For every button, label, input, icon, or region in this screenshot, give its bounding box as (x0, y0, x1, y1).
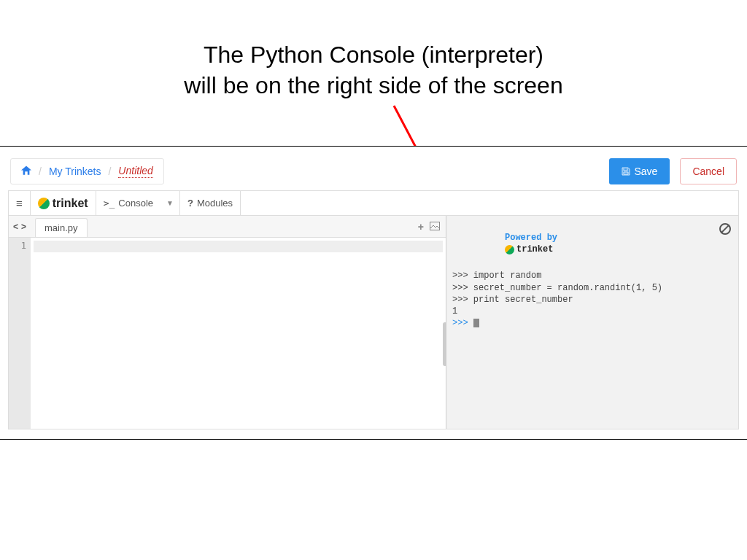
active-line (34, 241, 443, 252)
action-buttons: Save Cancel (609, 158, 737, 184)
prompt-text: >>> (452, 318, 473, 328)
console-line: >>> secret_number = random.randint(1, 5) (452, 282, 732, 294)
crumb-sep: / (108, 166, 111, 177)
cancel-button[interactable]: Cancel (680, 158, 737, 184)
crumb-untitled[interactable]: Untitled (118, 165, 152, 178)
brand-text: trinket (53, 197, 88, 210)
line-gutter: 1 (9, 238, 31, 429)
topbar: / My Trinkets / Untitled Save Cancel (0, 147, 747, 190)
inline-logo: trinket (505, 244, 553, 255)
file-tab[interactable]: main.py (35, 218, 88, 237)
console-line: >>> import random (452, 270, 732, 281)
code-pane: < > main.py + 1 (9, 216, 446, 429)
console-label: Console (118, 198, 153, 209)
logo-icon (38, 198, 50, 209)
console-line: 1 (452, 306, 732, 317)
save-button[interactable]: Save (609, 158, 670, 184)
save-icon (622, 167, 630, 176)
console-tab[interactable]: >_ Console (96, 191, 160, 215)
prompt-icon: >_ (104, 198, 115, 209)
logo-icon (505, 245, 514, 254)
next-tab-icon[interactable]: > (21, 222, 26, 232)
powered-by-line: Powered by trinket (452, 220, 732, 270)
powered-by-text: Powered by (505, 233, 557, 243)
console-output[interactable]: Powered by trinket >>> import random >>>… (446, 216, 738, 429)
title-line2: will be on the right side of the screen (0, 71, 747, 101)
editor-shell: ≡ trinket >_ Console ▼ ? Modules < > (8, 190, 739, 429)
file-tab-label: main.py (44, 222, 78, 233)
crumb-my-trinkets[interactable]: My Trinkets (49, 166, 101, 177)
modules-tab[interactable]: ? Modules (180, 191, 241, 215)
brand-logo[interactable]: trinket (31, 191, 96, 215)
svg-rect-1 (622, 168, 630, 175)
line-number: 1 (9, 241, 26, 251)
modules-label: Modules (197, 198, 233, 209)
console-prompt-line: >>> (452, 317, 732, 329)
stop-icon[interactable] (719, 223, 731, 235)
editor-toolbar: ≡ trinket >_ Console ▼ ? Modules (9, 191, 738, 216)
tab-nav: < > (9, 222, 31, 232)
add-file-icon[interactable]: + (418, 221, 424, 233)
code-editor[interactable]: 1 (9, 238, 446, 429)
console-line: >>> print secret_number (452, 294, 732, 306)
console-dropdown[interactable]: ▼ (160, 191, 180, 215)
cancel-label: Cancel (692, 166, 724, 177)
editor-body: < > main.py + 1 (9, 216, 738, 429)
image-icon[interactable] (430, 221, 440, 233)
trinket-app: / My Trinkets / Untitled Save Cancel ≡ t… (0, 146, 747, 440)
tab-utils: + (418, 221, 446, 233)
code-content[interactable] (31, 238, 446, 429)
svg-rect-2 (430, 222, 440, 230)
menu-icon[interactable]: ≡ (9, 191, 31, 215)
cursor-icon (473, 319, 479, 327)
slide-title: The Python Console (interpreter) will be… (0, 0, 747, 101)
title-line1: The Python Console (interpreter) (0, 40, 747, 71)
prev-tab-icon[interactable]: < (13, 222, 18, 232)
save-label: Save (634, 166, 657, 177)
crumb-sep: / (39, 166, 42, 177)
file-tab-row: < > main.py + (9, 216, 446, 238)
inline-brand: trinket (516, 244, 553, 255)
question-icon: ? (187, 198, 193, 209)
home-icon[interactable] (21, 166, 31, 177)
breadcrumb: / My Trinkets / Untitled (10, 158, 164, 184)
